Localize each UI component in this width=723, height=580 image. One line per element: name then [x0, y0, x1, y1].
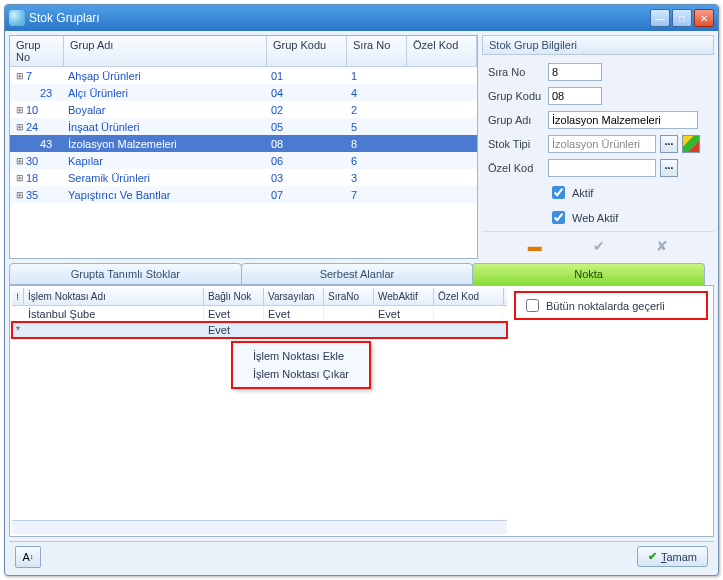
col-ozelkod[interactable]: Özel Kod — [434, 288, 504, 305]
label-grup-adi: Grup Adı — [488, 114, 544, 126]
checkbox-butun-noktalarda[interactable] — [526, 299, 539, 312]
label-sira-no: Sıra No — [488, 66, 544, 78]
panel-accept-icon[interactable]: ✔ — [593, 238, 605, 254]
col-ozel-kod[interactable]: Özel Kod — [407, 36, 477, 66]
form: Sıra No Grup Kodu Grup Adı Stok Tipi — [482, 55, 714, 231]
col-grup-adi[interactable]: Grup Adı — [64, 36, 267, 66]
tree-row[interactable]: ⊞18Seramik Ürünleri033 — [10, 169, 477, 186]
tab-serbest-alanlar[interactable]: Serbest Alanlar — [241, 263, 474, 285]
tab-nokta[interactable]: Nokta — [472, 263, 705, 285]
grid-statusbar — [12, 520, 507, 534]
label-butun-noktalarda: Bütün noktalarda geçerli — [546, 300, 665, 312]
grid-rows[interactable]: İstanbul ŞubeEvetEvetEvet*Evet — [12, 306, 507, 338]
tree-row[interactable]: ⊞10Boyalar022 — [10, 101, 477, 118]
col-sirano[interactable]: SıraNo — [324, 288, 374, 305]
col-grup-kodu[interactable]: Grup Kodu — [267, 36, 347, 66]
label-webaktif: Web Aktif — [572, 212, 618, 224]
tree-row[interactable]: 43İzolasyon Malzemeleri088 — [10, 135, 477, 152]
sort-button[interactable]: A↕ — [15, 546, 41, 568]
input-grup-adi[interactable] — [548, 111, 698, 129]
tamam-label: Tamam — [661, 551, 697, 563]
minimize-button[interactable]: — — [650, 9, 670, 27]
side-check-panel: Bütün noktalarda geçerli — [511, 288, 711, 534]
expand-icon[interactable]: ⊞ — [14, 71, 26, 81]
label-aktif: Aktif — [572, 187, 593, 199]
window-title: Stok Grupları — [29, 11, 648, 25]
input-sira-no[interactable] — [548, 63, 602, 81]
panel-actions: ▬ ✔ ✘ — [482, 231, 714, 256]
tab-body: ⁞ İşlem Noktası Adı Bağlı Nok Varsayılan… — [9, 285, 714, 537]
content: Grup No Grup Adı Grup Kodu Sıra No Özel … — [5, 31, 718, 575]
checkbox-aktif[interactable] — [552, 186, 565, 199]
col-islem-noktasi[interactable]: İşlem Noktası Adı — [24, 288, 204, 305]
stok-tipi-color-button[interactable] — [682, 135, 700, 153]
expand-icon[interactable]: ⊞ — [14, 156, 26, 166]
top-pane: Grup No Grup Adı Grup Kodu Sıra No Özel … — [9, 35, 714, 259]
tree-row[interactable]: 23Alçı Ürünleri044 — [10, 84, 477, 101]
titlebar[interactable]: Stok Grupları — □ ✕ — [5, 5, 718, 31]
label-ozel-kod: Özel Kod — [488, 162, 544, 174]
panel-cancel-icon[interactable]: ✘ — [656, 238, 668, 254]
nokta-grid[interactable]: ⁞ İşlem Noktası Adı Bağlı Nok Varsayılan… — [12, 288, 507, 534]
tree-row[interactable]: ⊞35Yapıştırıcı Ve Bantlar077 — [10, 186, 477, 203]
col-grup-no[interactable]: Grup No — [10, 36, 64, 66]
tree-row[interactable]: ⊞7Ahşap Ürünleri011 — [10, 67, 477, 84]
bottom-bar: A↕ ✔ Tamam — [9, 541, 714, 571]
expand-icon[interactable]: ⊞ — [14, 190, 26, 200]
bottom-tabs-wrap: Grupta Tanımlı Stoklar Serbest Alanlar N… — [9, 263, 714, 537]
maximize-button[interactable]: □ — [672, 9, 692, 27]
context-menu[interactable]: İşlem Noktası Ekle İşlem Noktası Çıkar — [232, 342, 370, 388]
grid-row[interactable]: İstanbul ŞubeEvetEvetEvet — [12, 306, 507, 322]
col-drag[interactable]: ⁞ — [12, 288, 24, 305]
grid-row[interactable]: *Evet — [12, 322, 507, 338]
grid-header: ⁞ İşlem Noktası Adı Bağlı Nok Varsayılan… — [12, 288, 507, 306]
col-sira-no[interactable]: Sıra No — [347, 36, 407, 66]
stok-tipi-lookup-button[interactable]: ··· — [660, 135, 678, 153]
col-webaktif[interactable]: WebAktif — [374, 288, 434, 305]
menu-islem-noktasi-cikar[interactable]: İşlem Noktası Çıkar — [233, 365, 369, 383]
expand-icon[interactable]: ⊞ — [14, 105, 26, 115]
group-tree[interactable]: Grup No Grup Adı Grup Kodu Sıra No Özel … — [9, 35, 478, 259]
side-panel: Stok Grup Bilgileri Sıra No Grup Kodu Gr… — [482, 35, 714, 259]
window: Stok Grupları — □ ✕ Grup No Grup Adı Gru… — [4, 4, 719, 576]
input-ozel-kod[interactable] — [548, 159, 656, 177]
panel-delete-icon[interactable]: ▬ — [528, 238, 542, 254]
menu-islem-noktasi-ekle[interactable]: İşlem Noktası Ekle — [233, 347, 369, 365]
check-icon: ✔ — [648, 550, 657, 563]
close-button[interactable]: ✕ — [694, 9, 714, 27]
app-icon — [9, 10, 25, 26]
col-bagli-nokta[interactable]: Bağlı Nok — [204, 288, 264, 305]
col-varsayilan[interactable]: Varsayılan — [264, 288, 324, 305]
expand-icon[interactable]: ⊞ — [14, 122, 26, 132]
tree-row[interactable]: ⊞30Kapılar066 — [10, 152, 477, 169]
checkbox-webaktif[interactable] — [552, 211, 565, 224]
tree-row[interactable]: ⊞24İnşaat Ürünleri055 — [10, 118, 477, 135]
input-stok-tipi[interactable] — [548, 135, 656, 153]
tamam-button[interactable]: ✔ Tamam — [637, 546, 708, 567]
ozel-kod-lookup-button[interactable]: ··· — [660, 159, 678, 177]
expand-icon[interactable]: ⊞ — [14, 173, 26, 183]
tree-rows[interactable]: ⊞7Ahşap Ürünleri01123Alçı Ürünleri044⊞10… — [10, 67, 477, 258]
side-panel-title: Stok Grup Bilgileri — [482, 35, 714, 55]
tabs: Grupta Tanımlı Stoklar Serbest Alanlar N… — [9, 263, 714, 285]
tree-header: Grup No Grup Adı Grup Kodu Sıra No Özel … — [10, 36, 477, 67]
label-grup-kodu: Grup Kodu — [488, 90, 544, 102]
input-grup-kodu[interactable] — [548, 87, 602, 105]
tab-grupta-tanimli[interactable]: Grupta Tanımlı Stoklar — [9, 263, 242, 285]
label-stok-tipi: Stok Tipi — [488, 138, 544, 150]
